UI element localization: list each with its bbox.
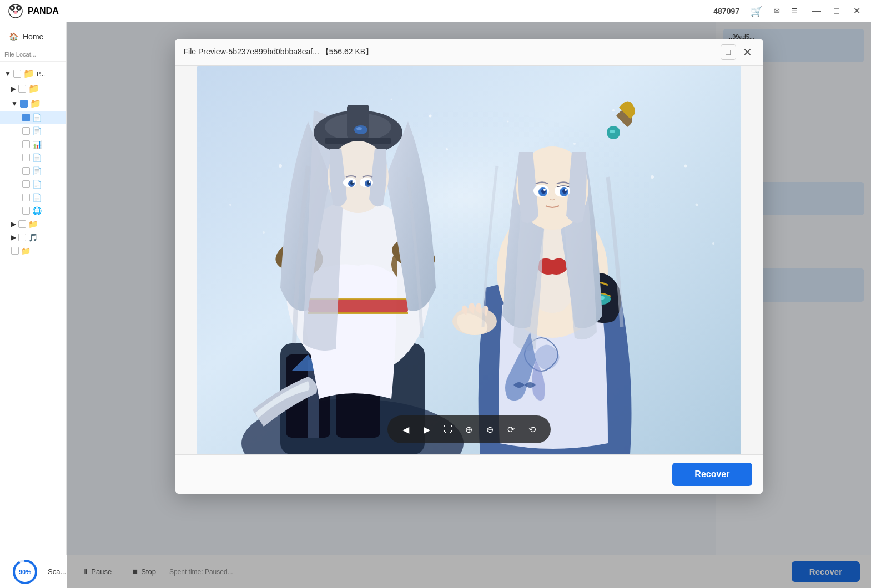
menu-icon[interactable]: ☰ xyxy=(791,7,798,15)
svg-point-6 xyxy=(13,11,15,12)
main-body: 🏠 Home File Locat... ▼ 📁 P... ▶ 📁 xyxy=(0,22,871,588)
panda-icon xyxy=(7,2,24,20)
folder-icon-2: 📁 xyxy=(28,83,39,94)
file-location-label: File Locat... xyxy=(0,48,66,62)
maximize-button[interactable]: □ xyxy=(829,3,844,19)
tree-item-13[interactable]: ▶ 🎵 xyxy=(0,231,66,244)
home-icon: 🏠 xyxy=(9,32,18,41)
zoom-out-button[interactable]: ⊖ xyxy=(481,420,500,439)
app-name: PANDA xyxy=(28,6,59,16)
svg-point-15 xyxy=(263,231,265,234)
tree-item-5[interactable]: 📄 xyxy=(0,124,66,138)
close-button[interactable]: ✕ xyxy=(849,3,864,19)
account-number: 487097 xyxy=(713,7,739,16)
tree-label-1: P... xyxy=(37,70,45,77)
sidebar-item-home[interactable]: 🏠 Home xyxy=(0,28,66,45)
image-preview-container: ◀ ▶ ⛶ ⊕ ⊖ ⟳ ⟲ xyxy=(175,66,763,454)
modal-footer: Recover xyxy=(175,454,763,494)
prev-image-button[interactable]: ◀ xyxy=(396,420,415,439)
checkbox-1[interactable] xyxy=(13,70,21,78)
svg-point-7 xyxy=(17,11,18,12)
tree-item-14[interactable]: 📁 xyxy=(0,244,66,257)
checkbox-7[interactable] xyxy=(22,154,30,161)
file-icon-11: 🌐 xyxy=(32,206,42,215)
app-logo: PANDA xyxy=(7,2,59,20)
sidebar: 🏠 Home File Locat... ▼ 📁 P... ▶ 📁 xyxy=(0,22,67,588)
tree-item-6[interactable]: 📊 xyxy=(0,138,66,151)
svg-point-64 xyxy=(684,165,687,168)
home-label: Home xyxy=(23,32,43,41)
checkbox-12[interactable] xyxy=(18,220,26,228)
file-icon-9: 📄 xyxy=(32,180,42,189)
image-toolbar: ◀ ▶ ⛶ ⊕ ⊖ ⟳ ⟲ xyxy=(387,415,551,443)
svg-point-60 xyxy=(565,189,567,191)
tree-item-11[interactable]: 🌐 xyxy=(0,204,66,217)
svg-point-12 xyxy=(429,115,431,118)
modal-controls: □ ✕ xyxy=(721,44,754,60)
checkbox-11[interactable] xyxy=(22,207,30,215)
tree-item-10[interactable]: 📄 xyxy=(0,191,66,204)
cart-icon[interactable]: 🛒 xyxy=(751,5,763,17)
modal-title: File Preview-5b237e899bd0bbba8eaf... 【55… xyxy=(184,47,374,57)
title-bar-info: 487097 🛒 ✉ ☰ xyxy=(713,5,798,17)
tree-item-12[interactable]: ▶ 📁 xyxy=(0,217,66,231)
file-icon-13: 🎵 xyxy=(28,233,38,242)
modal-title-bar: File Preview-5b237e899bd0bbba8eaf... 【55… xyxy=(175,39,763,66)
checkbox-6[interactable] xyxy=(22,140,30,148)
message-icon[interactable]: ✉ xyxy=(774,7,780,15)
file-icon-10: 📄 xyxy=(32,193,42,202)
svg-point-13 xyxy=(573,143,576,145)
title-bar: PANDA 487097 🛒 ✉ ☰ — □ ✕ xyxy=(0,0,871,22)
svg-point-3 xyxy=(11,7,13,9)
checkbox-8[interactable] xyxy=(22,167,30,175)
tree-item-9[interactable]: 📄 xyxy=(0,178,66,191)
tree-item-4[interactable]: 📄 xyxy=(0,111,66,124)
folder-icon-1: 📁 xyxy=(23,68,34,79)
checkbox-14[interactable] xyxy=(11,247,19,255)
recover-button-modal[interactable]: Recover xyxy=(672,463,752,486)
collapse-icon: ▼ xyxy=(4,70,11,78)
fullscreen-button[interactable]: ⛶ xyxy=(439,420,457,439)
svg-point-10 xyxy=(279,164,282,168)
tree-item-2[interactable]: ▶ 📁 xyxy=(0,81,66,96)
collapse-icon-3: ▼ xyxy=(11,100,18,108)
window-controls: — □ ✕ xyxy=(809,3,864,19)
progress-text: 90% xyxy=(19,569,31,575)
flip-button[interactable]: ⟲ xyxy=(523,420,542,439)
checkbox-13[interactable] xyxy=(18,234,26,241)
content-area: ...99ad5... ...C8754... ...d8482... xyxy=(67,22,871,588)
modal-overlay: File Preview-5b237e899bd0bbba8eaf... 【55… xyxy=(67,22,871,588)
svg-point-16 xyxy=(695,204,698,206)
checkbox-5[interactable] xyxy=(22,127,30,135)
checkbox-3[interactable] xyxy=(20,100,28,108)
rotate-button[interactable]: ⟳ xyxy=(502,420,521,439)
tree-item-3[interactable]: ▼ 📁 xyxy=(0,96,66,111)
svg-point-63 xyxy=(507,121,508,123)
tree-item-8[interactable]: 📄 xyxy=(0,164,66,178)
tree-item-1[interactable]: ▼ 📁 P... xyxy=(0,66,66,81)
file-icon-12: 📁 xyxy=(28,220,38,229)
preview-modal: File Preview-5b237e899bd0bbba8eaf... 【55… xyxy=(175,39,763,494)
file-tree: ▼ 📁 P... ▶ 📁 ▼ 📁 📄 xyxy=(0,64,66,260)
modal-maximize-button[interactable]: □ xyxy=(721,44,736,60)
expand-icon-12: ▶ xyxy=(11,220,16,228)
minimize-button[interactable]: — xyxy=(809,3,824,19)
modal-close-button[interactable]: ✕ xyxy=(741,44,754,60)
expand-icon-13: ▶ xyxy=(11,234,16,241)
svg-point-59 xyxy=(543,189,546,191)
zoom-in-button[interactable]: ⊕ xyxy=(460,420,479,439)
checkbox-9[interactable] xyxy=(22,180,30,188)
svg-point-14 xyxy=(651,175,654,179)
next-image-button[interactable]: ▶ xyxy=(417,420,436,439)
checkbox-4[interactable] xyxy=(22,114,30,121)
svg-point-18 xyxy=(390,99,392,100)
checkbox-10[interactable] xyxy=(22,194,30,201)
file-icon-14: 📁 xyxy=(21,246,31,255)
svg-point-17 xyxy=(612,109,615,111)
file-icon-7: 📄 xyxy=(32,153,42,162)
file-icon-5: 📄 xyxy=(32,126,42,135)
checkbox-2[interactable] xyxy=(18,85,26,93)
file-icon-6: 📊 xyxy=(32,140,42,149)
svg-point-34 xyxy=(356,127,362,130)
tree-item-7[interactable]: 📄 xyxy=(0,151,66,164)
